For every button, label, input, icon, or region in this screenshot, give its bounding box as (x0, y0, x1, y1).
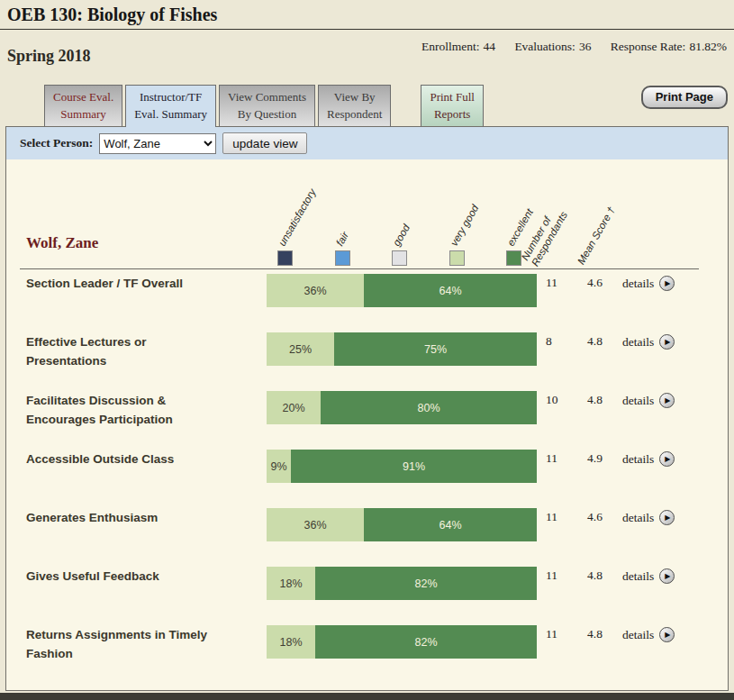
details-link[interactable]: details▶ (622, 627, 675, 642)
bar-segment-very-good: 9% (267, 450, 291, 483)
bar-segment-very-good: 18% (267, 625, 315, 659)
stacked-bar: 9%91% (267, 450, 537, 483)
bar-segment-very-good: 36% (267, 274, 364, 307)
details-link[interactable]: details▶ (622, 510, 675, 525)
page-bottom-bar (0, 693, 734, 700)
details-label: details (622, 569, 654, 584)
page-title: OEB 130: Biology of Fishes (7, 5, 217, 25)
play-circle-icon: ▶ (659, 627, 675, 642)
eval-row: Gives Useful Feedback 18%82% 11 4.8 deta… (6, 567, 728, 600)
legend-label-fair: fair (333, 230, 352, 249)
eval-row: Section Leader / TF Overall 36%64% 11 4.… (6, 274, 728, 307)
respondents-value: 11 (546, 276, 557, 290)
stacked-bar: 36%64% (267, 508, 537, 541)
mean-score-value: 4.6 (587, 510, 603, 524)
details-link[interactable]: details▶ (622, 451, 675, 467)
tab-bar: Course Eval. Summary Instructor/TF Eval.… (44, 85, 484, 127)
mean-score-value: 4.8 (587, 568, 603, 583)
bar-segment-very-good: 25% (267, 332, 334, 366)
legend-swatch-unsatisfactory (277, 250, 293, 266)
tab-view-by-respondent[interactable]: View By Respondent (318, 85, 391, 126)
tab-course-eval-summary[interactable]: Course Eval. Summary (44, 85, 122, 126)
question-label: Section Leader / TF Overall (26, 275, 256, 294)
question-label: Returns Assignments in Timely Fashion (26, 626, 256, 664)
stacked-bar: 18%82% (267, 625, 537, 659)
select-person-label: Select Person: (20, 136, 93, 150)
stacked-bar: 36%64% (267, 274, 537, 307)
legend-divider (20, 268, 699, 269)
play-circle-icon: ▶ (659, 510, 675, 525)
details-label: details (622, 511, 654, 525)
legend-label-very-good: very good (448, 203, 482, 249)
details-link[interactable]: details▶ (622, 568, 675, 584)
select-person-toolbar: Select Person: Wolf, Zane update view (6, 127, 728, 159)
play-circle-icon: ▶ (659, 276, 675, 291)
details-link[interactable]: details▶ (622, 393, 675, 408)
mean-score-value: 4.8 (587, 334, 603, 349)
respondents-value: 11 (546, 510, 557, 524)
bar-segment-excellent: 82% (315, 625, 537, 659)
eval-row: Effective Lectures or Presentations 25%7… (6, 332, 728, 366)
evaluations-stat: Evaluations:36 (514, 40, 591, 53)
legend-label-good: good (390, 222, 413, 249)
bar-segment-excellent: 64% (364, 274, 537, 307)
print-page-button[interactable]: Print Page (641, 86, 728, 109)
bar-segment-excellent: 75% (334, 332, 537, 366)
details-label: details (622, 394, 654, 408)
legend-swatch-very-good (449, 250, 465, 266)
bar-segment-excellent: 80% (321, 391, 537, 424)
update-view-button[interactable]: update view (222, 132, 307, 154)
respondents-value: 10 (546, 393, 558, 407)
play-circle-icon: ▶ (659, 568, 675, 584)
mean-score-value: 4.8 (587, 627, 603, 641)
bar-segment-very-good: 18% (267, 567, 315, 600)
question-label: Effective Lectures or Presentations (26, 333, 256, 371)
question-label: Accessible Outside Class (26, 450, 256, 469)
stacked-bar: 25%75% (267, 332, 537, 366)
person-select[interactable]: Wolf, Zane (99, 133, 216, 154)
report-panel: Select Person: Wolf, Zane update view Wo… (5, 126, 729, 691)
eval-row: Generates Enthusiasm 36%64% 11 4.6 detai… (6, 508, 728, 541)
details-label: details (622, 452, 654, 467)
eval-row: Facilitates Discussion & Encourages Part… (6, 391, 728, 424)
tab-view-comments-by-question[interactable]: View Comments By Question (219, 85, 315, 126)
bar-segment-very-good: 20% (267, 391, 321, 424)
eval-report-page: OEB 130: Biology of Fishes Enrollment:44… (0, 0, 734, 700)
eval-row: Accessible Outside Class 9%91% 11 4.9 de… (6, 450, 728, 483)
details-label: details (622, 335, 654, 350)
term-label: Spring 2018 (7, 47, 91, 66)
bar-segment-excellent: 91% (291, 450, 537, 483)
legend-swatch-fair (335, 250, 350, 266)
respondents-value: 11 (546, 451, 557, 466)
tab-print-full-reports[interactable]: Print Full Reports (421, 85, 484, 126)
respondents-value: 11 (546, 627, 557, 641)
instructor-name: Wolf, Zane (26, 234, 98, 252)
respondents-value: 8 (546, 334, 552, 349)
play-circle-icon: ▶ (659, 334, 675, 350)
stacked-bar: 20%80% (267, 391, 537, 424)
mean-score-value: 4.8 (587, 393, 603, 407)
course-stats: Enrollment:44 Evaluations:36 Response Ra… (405, 40, 727, 54)
tab-instructor-tf-eval-summary[interactable]: Instructor/TF Eval. Summary (125, 85, 216, 127)
question-label: Generates Enthusiasm (26, 509, 256, 528)
mean-score-value: 4.9 (587, 451, 603, 466)
details-link[interactable]: details▶ (622, 334, 675, 350)
details-label: details (622, 628, 654, 642)
play-circle-icon: ▶ (659, 393, 675, 408)
legend-swatch-good (392, 250, 407, 266)
legend-label-unsatisfactory: unsatisfactory (276, 186, 319, 249)
respondents-value: 11 (546, 568, 557, 583)
question-label: Gives Useful Feedback (26, 568, 256, 586)
question-label: Facilitates Discussion & Encourages Part… (26, 392, 256, 430)
bar-segment-excellent: 82% (315, 567, 537, 600)
response-rate-stat: Response Rate:81.82% (611, 40, 727, 53)
details-link[interactable]: details▶ (622, 276, 675, 291)
column-header-mean-score: Mean Score † (575, 205, 618, 267)
details-label: details (622, 277, 654, 291)
title-divider (0, 29, 734, 30)
stacked-bar: 18%82% (267, 567, 537, 600)
play-circle-icon: ▶ (659, 451, 675, 467)
mean-score-value: 4.6 (587, 276, 603, 290)
bar-segment-excellent: 64% (364, 508, 537, 541)
bar-segment-very-good: 36% (267, 508, 364, 541)
